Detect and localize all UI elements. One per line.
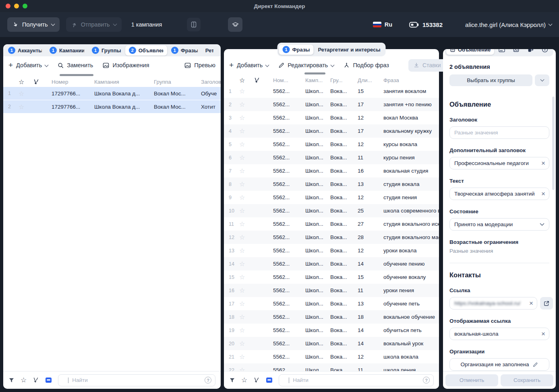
column-header-title[interactable]: Заголовок <box>201 79 221 85</box>
tab-retargeting[interactable]: Ретаргетинг <box>202 45 217 56</box>
organization-button[interactable]: Организация не заполнена <box>449 358 549 371</box>
images-button[interactable]: Изображения <box>103 62 149 68</box>
star-icon[interactable]: ☆ <box>239 207 254 215</box>
star-icon[interactable]: ☆ <box>239 167 254 175</box>
preview-button[interactable]: Превью <box>184 62 215 68</box>
phrase-status-filter-button[interactable] <box>33 377 39 383</box>
table-row[interactable]: 2 ☆ 5562... Школ... Вока... 17 занятия +… <box>224 98 439 111</box>
column-header-group[interactable]: Группа <box>154 79 201 85</box>
table-row[interactable]: 20 ☆ 5562... Школ... Вока... 14 вокальны… <box>224 337 439 350</box>
close-window-button[interactable] <box>6 4 10 8</box>
headline-input[interactable] <box>450 130 549 136</box>
tab-info[interactable] <box>538 49 552 55</box>
table-row[interactable]: 11 ☆ 5562... Школ... Вока... 27 студия в… <box>224 217 439 231</box>
tab-groups[interactable]: 1 Группы <box>88 45 125 56</box>
language-switcher[interactable]: Ru <box>373 21 392 28</box>
extra-headline-input[interactable] <box>450 160 549 166</box>
search-input[interactable] <box>58 377 215 383</box>
replace-button[interactable]: Заменить <box>58 62 93 68</box>
star-icon[interactable]: ☆ <box>239 273 254 281</box>
table-row[interactable]: 13 ☆ 5562... Школ... Вока... 12 уроки во… <box>224 244 439 257</box>
open-link-button[interactable] <box>540 297 553 309</box>
star-icon[interactable]: ☆ <box>239 154 254 161</box>
table-row[interactable]: 1 ☆ 17297766... Школа Вокала д... Вокал … <box>3 87 221 100</box>
archive-filter-button[interactable] <box>266 377 273 383</box>
tab-accounts[interactable]: 1 Аккаунты <box>4 45 46 56</box>
columns-view-button[interactable] <box>187 18 201 31</box>
star-icon[interactable]: ☆ <box>239 300 254 307</box>
phrase-status-filter-button[interactable] <box>253 377 260 383</box>
star-icon[interactable]: ☆ <box>239 366 254 371</box>
table-row[interactable]: 10 ☆ 5562... Школ... Вока... 25 школа со… <box>224 204 439 217</box>
link-input[interactable] <box>450 300 537 306</box>
tab-campaigns[interactable]: 1 Кампании <box>46 45 88 56</box>
table-row[interactable]: 3 ☆ 5562... Школ... Вока... 12 вокал Мос… <box>224 111 439 124</box>
clear-icon[interactable]: × <box>529 300 533 307</box>
filter-button[interactable] <box>8 378 14 383</box>
vertical-scrollbar-thumb[interactable] <box>552 97 555 190</box>
table-row[interactable]: 19 ☆ 5562... Школ... Вока... 14 обучитьс… <box>224 324 439 337</box>
table-row[interactable]: 16 ☆ 5562... Школ... Вока... 11 уроки пе… <box>224 284 439 297</box>
phrase-status-column-header[interactable] <box>33 79 52 85</box>
star-icon[interactable]: ☆ <box>239 180 254 188</box>
state-select[interactable] <box>449 218 549 231</box>
star-filter-button[interactable]: ☆ <box>241 376 247 384</box>
tab-retargeting-middle[interactable]: Ретаргетинг и интересы <box>314 45 384 55</box>
add-button[interactable]: + Добавить <box>229 62 269 69</box>
tab-phrases[interactable]: 1 Фразы <box>168 45 201 56</box>
column-header-campaign[interactable]: Камп... <box>305 77 330 83</box>
tab-ad-details[interactable]: Объявление <box>446 49 494 55</box>
table-row[interactable]: 21 ☆ 5562... Школ... Вока... 12 школа во… <box>224 350 439 363</box>
tab-images[interactable] <box>509 49 523 55</box>
star-icon[interactable]: ☆ <box>239 87 254 95</box>
star-icon[interactable]: ☆ <box>239 233 254 241</box>
archive-filter-button[interactable] <box>45 377 52 383</box>
filter-button[interactable] <box>229 378 235 383</box>
star-icon[interactable]: ☆ <box>239 101 254 108</box>
learning-button[interactable] <box>228 17 242 32</box>
star-icon[interactable]: ☆ <box>239 353 254 361</box>
table-row[interactable]: 15 ☆ 5562... Школ... Вока... 15 обучение… <box>224 270 439 284</box>
tab-sitelinks[interactable] <box>495 49 509 55</box>
star-icon[interactable]: ☆ <box>239 287 254 294</box>
table-row[interactable]: 12 ☆ 5562... Школ... Вока... 28 студия в… <box>224 231 439 244</box>
star-icon[interactable]: ☆ <box>19 103 33 111</box>
star-icon[interactable]: ☆ <box>239 114 254 122</box>
star-icon[interactable]: ☆ <box>239 326 254 334</box>
account-menu[interactable]: alice.the.girl (Алиса Кэрролл) <box>465 21 552 28</box>
star-icon[interactable]: ☆ <box>239 140 254 148</box>
minimize-window-button[interactable] <box>14 4 19 8</box>
choose-groups-button[interactable]: Выбрать их группы <box>449 74 532 86</box>
star-icon[interactable]: ☆ <box>239 340 254 347</box>
column-header-number[interactable]: Ном... <box>273 77 305 83</box>
ad-text-input[interactable] <box>450 191 549 197</box>
choose-groups-expand-button[interactable] <box>535 74 549 86</box>
table-row[interactable]: 18 ☆ 5562... Школ... Вока... 18 вокально… <box>224 310 439 324</box>
clear-icon[interactable]: × <box>541 160 545 167</box>
star-icon[interactable]: ☆ <box>239 220 254 228</box>
add-button[interactable]: + Добавить <box>8 62 48 69</box>
table-row[interactable]: 2 ☆ 17297766... Школа Вокала д... Вокал … <box>3 100 221 113</box>
table-row[interactable]: 9 ☆ 5562... Школ... Вока... 12 студия пе… <box>224 191 439 204</box>
star-icon[interactable]: ☆ <box>239 313 254 321</box>
star-column-header[interactable]: ☆ <box>19 78 33 86</box>
display-link-input[interactable] <box>450 331 549 337</box>
star-icon[interactable]: ☆ <box>239 247 254 254</box>
table-row[interactable]: 6 ☆ 5562... Школ... Вока... 11 курсы пен… <box>224 151 439 164</box>
star-icon[interactable]: ☆ <box>239 127 254 135</box>
edit-button[interactable]: Редактировать <box>278 62 334 68</box>
table-row[interactable]: 8 ☆ 5562... Школ... Вока... 13 студия во… <box>224 177 439 191</box>
table-row[interactable]: 7 ☆ 5562... Школ... Вока... 16 вокальная… <box>224 164 439 177</box>
clear-icon[interactable]: × <box>541 190 545 197</box>
phrase-picker-button[interactable]: Подбор фраз <box>344 62 389 68</box>
column-header-number[interactable]: Номер <box>52 79 94 85</box>
star-icon[interactable]: ☆ <box>19 90 33 97</box>
tab-ads[interactable]: 2 Объявления <box>125 45 167 56</box>
star-icon[interactable]: ☆ <box>239 260 254 268</box>
table-row[interactable]: 1 ☆ 5562... Школ... Вока... 15 занятия в… <box>224 85 439 98</box>
star-filter-button[interactable]: ☆ <box>21 376 27 384</box>
search-input[interactable] <box>279 377 433 383</box>
column-header-length[interactable]: Дли... <box>358 77 383 83</box>
tab-mobile[interactable] <box>524 49 538 55</box>
tab-phrases-middle[interactable]: 1 Фразы <box>279 45 313 55</box>
